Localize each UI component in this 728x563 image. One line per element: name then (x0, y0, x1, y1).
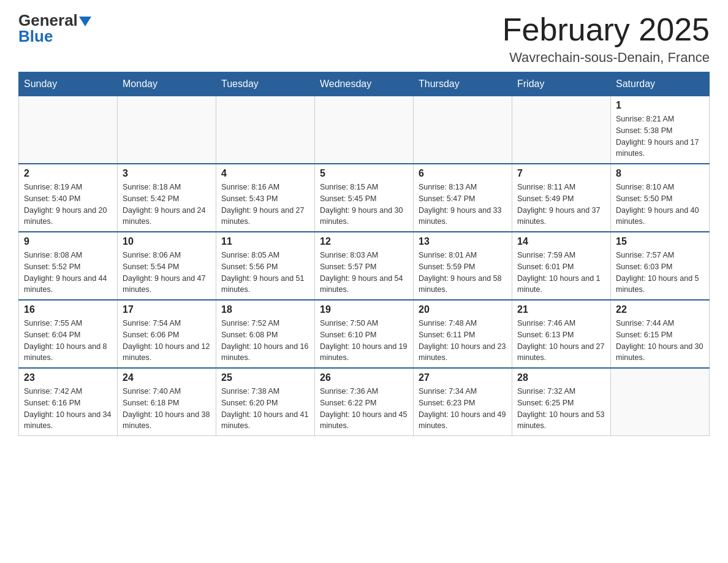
calendar-day-cell: 20Sunrise: 7:48 AM Sunset: 6:11 PM Dayli… (414, 300, 512, 368)
day-number: 24 (123, 372, 211, 383)
day-number: 10 (123, 236, 211, 247)
calendar-day-cell: 11Sunrise: 8:05 AM Sunset: 5:56 PM Dayli… (216, 232, 315, 300)
day-number: 14 (517, 236, 605, 247)
day-number: 4 (221, 168, 309, 179)
calendar-day-cell: 5Sunrise: 8:15 AM Sunset: 5:45 PM Daylig… (315, 164, 414, 232)
logo-triangle-icon (79, 17, 91, 26)
day-info: Sunrise: 8:18 AM Sunset: 5:42 PM Dayligh… (123, 182, 211, 228)
day-info: Sunrise: 8:11 AM Sunset: 5:49 PM Dayligh… (517, 182, 605, 228)
day-info: Sunrise: 7:52 AM Sunset: 6:08 PM Dayligh… (221, 318, 309, 364)
calendar-day-cell: 10Sunrise: 8:06 AM Sunset: 5:54 PM Dayli… (118, 232, 216, 300)
day-info: Sunrise: 8:05 AM Sunset: 5:56 PM Dayligh… (221, 250, 309, 296)
calendar-day-cell: 22Sunrise: 7:44 AM Sunset: 6:15 PM Dayli… (611, 300, 710, 368)
day-info: Sunrise: 7:55 AM Sunset: 6:04 PM Dayligh… (24, 318, 112, 364)
day-info: Sunrise: 7:42 AM Sunset: 6:16 PM Dayligh… (24, 386, 112, 432)
day-number: 11 (221, 236, 309, 247)
day-number: 21 (517, 304, 605, 315)
calendar-day-cell: 6Sunrise: 8:13 AM Sunset: 5:47 PM Daylig… (414, 164, 512, 232)
calendar-day-cell (414, 96, 512, 164)
calendar-day-cell: 26Sunrise: 7:36 AM Sunset: 6:22 PM Dayli… (315, 368, 414, 436)
day-info: Sunrise: 7:32 AM Sunset: 6:25 PM Dayligh… (517, 386, 605, 432)
calendar-day-cell: 17Sunrise: 7:54 AM Sunset: 6:06 PM Dayli… (118, 300, 216, 368)
day-number: 16 (24, 304, 112, 315)
day-info: Sunrise: 7:57 AM Sunset: 6:03 PM Dayligh… (616, 250, 704, 296)
day-number: 19 (320, 304, 408, 315)
logo-blue-text: Blue (18, 27, 53, 45)
calendar-day-cell: 18Sunrise: 7:52 AM Sunset: 6:08 PM Dayli… (216, 300, 315, 368)
calendar-day-cell: 24Sunrise: 7:40 AM Sunset: 6:18 PM Dayli… (118, 368, 216, 436)
day-info: Sunrise: 8:13 AM Sunset: 5:47 PM Dayligh… (419, 182, 507, 228)
day-info: Sunrise: 8:03 AM Sunset: 5:57 PM Dayligh… (320, 250, 408, 296)
day-number: 7 (517, 168, 605, 179)
day-info: Sunrise: 7:59 AM Sunset: 6:01 PM Dayligh… (517, 250, 605, 296)
day-info: Sunrise: 8:01 AM Sunset: 5:59 PM Dayligh… (419, 250, 507, 296)
day-number: 15 (616, 236, 704, 247)
calendar-day-cell: 7Sunrise: 8:11 AM Sunset: 5:49 PM Daylig… (512, 164, 611, 232)
calendar-week-row: 2Sunrise: 8:19 AM Sunset: 5:40 PM Daylig… (19, 164, 710, 232)
day-info: Sunrise: 8:08 AM Sunset: 5:52 PM Dayligh… (24, 250, 112, 296)
calendar-day-cell: 21Sunrise: 7:46 AM Sunset: 6:13 PM Dayli… (512, 300, 611, 368)
day-number: 23 (24, 372, 112, 383)
calendar-week-row: 1Sunrise: 8:21 AM Sunset: 5:38 PM Daylig… (19, 96, 710, 164)
calendar-day-cell (611, 368, 710, 436)
day-number: 3 (123, 168, 211, 179)
day-number: 22 (616, 304, 704, 315)
day-info: Sunrise: 8:10 AM Sunset: 5:50 PM Dayligh… (616, 182, 704, 228)
day-number: 9 (24, 236, 112, 247)
day-info: Sunrise: 8:19 AM Sunset: 5:40 PM Dayligh… (24, 182, 112, 228)
day-number: 17 (123, 304, 211, 315)
calendar-day-cell: 3Sunrise: 8:18 AM Sunset: 5:42 PM Daylig… (118, 164, 216, 232)
day-number: 25 (221, 372, 309, 383)
day-of-week-header: Thursday (414, 72, 512, 96)
calendar-day-cell: 16Sunrise: 7:55 AM Sunset: 6:04 PM Dayli… (19, 300, 118, 368)
calendar-day-cell (216, 96, 315, 164)
logo: General Blue (18, 12, 91, 44)
title-block: February 2025 Wavrechain-sous-Denain, Fr… (502, 12, 710, 66)
day-of-week-header: Wednesday (315, 72, 414, 96)
calendar-day-cell: 4Sunrise: 8:16 AM Sunset: 5:43 PM Daylig… (216, 164, 315, 232)
calendar-day-cell: 25Sunrise: 7:38 AM Sunset: 6:20 PM Dayli… (216, 368, 315, 436)
calendar-day-cell: 19Sunrise: 7:50 AM Sunset: 6:10 PM Dayli… (315, 300, 414, 368)
calendar-day-cell: 28Sunrise: 7:32 AM Sunset: 6:25 PM Dayli… (512, 368, 611, 436)
day-info: Sunrise: 7:38 AM Sunset: 6:20 PM Dayligh… (221, 386, 309, 432)
day-of-week-header: Sunday (19, 72, 118, 96)
day-number: 12 (320, 236, 408, 247)
calendar-week-row: 16Sunrise: 7:55 AM Sunset: 6:04 PM Dayli… (19, 300, 710, 368)
day-info: Sunrise: 7:44 AM Sunset: 6:15 PM Dayligh… (616, 318, 704, 364)
days-header-row: SundayMondayTuesdayWednesdayThursdayFrid… (19, 72, 710, 96)
day-number: 18 (221, 304, 309, 315)
day-number: 6 (419, 168, 507, 179)
calendar-day-cell: 1Sunrise: 8:21 AM Sunset: 5:38 PM Daylig… (611, 96, 710, 164)
day-of-week-header: Saturday (611, 72, 710, 96)
day-info: Sunrise: 7:40 AM Sunset: 6:18 PM Dayligh… (123, 386, 211, 432)
day-of-week-header: Monday (118, 72, 216, 96)
calendar-day-cell: 27Sunrise: 7:34 AM Sunset: 6:23 PM Dayli… (414, 368, 512, 436)
day-info: Sunrise: 8:15 AM Sunset: 5:45 PM Dayligh… (320, 182, 408, 228)
calendar-table: SundayMondayTuesdayWednesdayThursdayFrid… (18, 72, 710, 436)
month-title: February 2025 (502, 12, 710, 47)
day-number: 2 (24, 168, 112, 179)
calendar-day-cell: 14Sunrise: 7:59 AM Sunset: 6:01 PM Dayli… (512, 232, 611, 300)
day-info: Sunrise: 7:50 AM Sunset: 6:10 PM Dayligh… (320, 318, 408, 364)
calendar-day-cell: 9Sunrise: 8:08 AM Sunset: 5:52 PM Daylig… (19, 232, 118, 300)
day-number: 20 (419, 304, 507, 315)
location-title: Wavrechain-sous-Denain, France (502, 50, 710, 66)
calendar-day-cell (118, 96, 216, 164)
calendar-day-cell (19, 96, 118, 164)
calendar-day-cell (315, 96, 414, 164)
day-info: Sunrise: 8:21 AM Sunset: 5:38 PM Dayligh… (616, 113, 704, 159)
day-number: 27 (419, 372, 507, 383)
day-info: Sunrise: 8:16 AM Sunset: 5:43 PM Dayligh… (221, 182, 309, 228)
calendar-day-cell (512, 96, 611, 164)
calendar-week-row: 9Sunrise: 8:08 AM Sunset: 5:52 PM Daylig… (19, 232, 710, 300)
day-info: Sunrise: 8:06 AM Sunset: 5:54 PM Dayligh… (123, 250, 211, 296)
day-number: 26 (320, 372, 408, 383)
calendar-day-cell: 2Sunrise: 8:19 AM Sunset: 5:40 PM Daylig… (19, 164, 118, 232)
day-number: 5 (320, 168, 408, 179)
page-header: General Blue February 2025 Wavrechain-so… (18, 12, 710, 66)
calendar-day-cell: 13Sunrise: 8:01 AM Sunset: 5:59 PM Dayli… (414, 232, 512, 300)
day-info: Sunrise: 7:46 AM Sunset: 6:13 PM Dayligh… (517, 318, 605, 364)
day-info: Sunrise: 7:36 AM Sunset: 6:22 PM Dayligh… (320, 386, 408, 432)
calendar-day-cell: 8Sunrise: 8:10 AM Sunset: 5:50 PM Daylig… (611, 164, 710, 232)
calendar-day-cell: 12Sunrise: 8:03 AM Sunset: 5:57 PM Dayli… (315, 232, 414, 300)
